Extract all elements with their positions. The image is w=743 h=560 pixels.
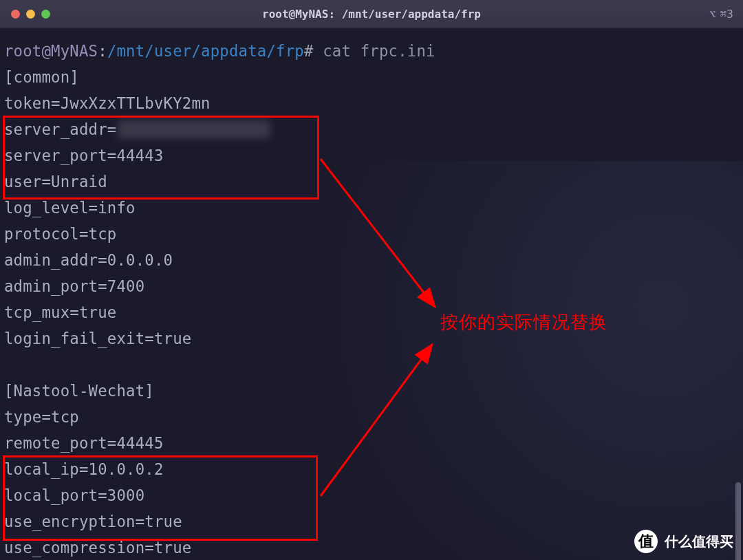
config-line-local-ip: local_ip=10.0.0.2 — [4, 456, 739, 482]
prompt-colon: : — [98, 42, 107, 60]
command-text: cat frpc.ini — [323, 42, 435, 60]
config-line-admin-port: admin_port=7400 — [4, 273, 739, 299]
scrollbar-thumb[interactable] — [735, 482, 741, 560]
config-line-server-port: server_port=44443 — [4, 142, 739, 169]
watermark-text: 什么值得买 — [665, 532, 733, 551]
watermark: 值 什么值得买 — [634, 530, 733, 553]
redacted-server-addr — [118, 120, 270, 138]
prompt-user-host: root@MyNAS — [4, 42, 98, 60]
titlebar-shortcut: ⌥⌘3 — [709, 0, 733, 28]
config-section-nastool: [Nastool-Wechat] — [4, 378, 739, 404]
config-line-common: [common] — [4, 64, 739, 90]
prompt-path: /mnt/user/appdata/frp — [107, 42, 304, 60]
zoom-button[interactable] — [41, 10, 50, 19]
annotation-text: 按你的实际情况替换 — [440, 309, 607, 335]
config-line-use-compression: use_compression=true — [4, 535, 739, 560]
config-line-server-addr: server_addr= — [4, 116, 739, 142]
config-line-token: token=JwxXzxTTLbvKY2mn — [4, 90, 739, 116]
prompt-line: root@MyNAS:/mnt/user/appdata/frp# cat fr… — [4, 38, 739, 64]
config-line-remote-port: remote_port=44445 — [4, 430, 739, 456]
config-line-local-port: local_port=3000 — [4, 482, 739, 508]
config-line-admin-addr: admin_addr=0.0.0.0 — [4, 247, 739, 273]
config-line-log-level: log_level=info — [4, 195, 739, 221]
window-titlebar: root@MyNAS: /mnt/user/appdata/frp ⌥⌘3 — [0, 0, 743, 28]
config-line-type: type=tcp — [4, 404, 739, 430]
config-line-use-encryption: use_encryption=true — [4, 508, 739, 535]
shortcut-label: ⌘3 — [720, 8, 733, 21]
traffic-lights — [11, 10, 50, 19]
window-title: root@MyNAS: /mnt/user/appdata/frp — [0, 8, 743, 21]
terminal-window: root@MyNAS: /mnt/user/appdata/frp ⌥⌘3 ro… — [0, 0, 743, 560]
config-line-login-fail: login_fail_exit=true — [4, 325, 739, 352]
config-line-protocol: protocol=tcp — [4, 221, 739, 247]
terminal-body[interactable]: root@MyNAS:/mnt/user/appdata/frp# cat fr… — [0, 28, 743, 560]
prompt-hash: # — [304, 42, 314, 60]
server-addr-label: server_addr= — [4, 120, 117, 138]
option-icon: ⌥ — [709, 8, 716, 21]
close-button[interactable] — [11, 10, 20, 19]
config-line-user: user=Unraid — [4, 169, 739, 195]
watermark-badge: 值 — [634, 530, 658, 553]
config-line-tcp-mux: tcp_mux=true — [4, 299, 739, 325]
blank-line — [4, 352, 739, 378]
minimize-button[interactable] — [26, 10, 35, 19]
